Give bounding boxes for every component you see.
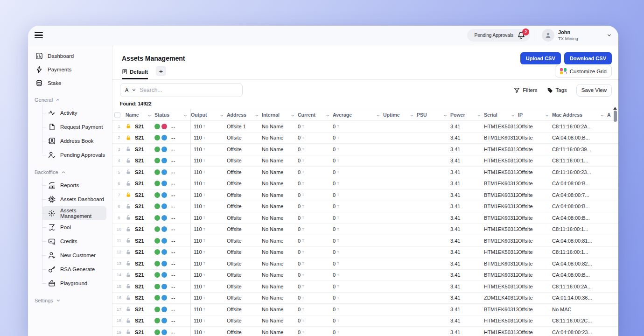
column-header-psu[interactable]: PSU⌄ [417, 109, 450, 120]
table-row[interactable]: 19S21--110TOffsiteNo Name0T0T3.41HTM1EK5… [112, 327, 618, 336]
chevron-down-icon[interactable]: ⌄ [147, 113, 151, 117]
table-row[interactable]: 17S21--110TOffsiteNo Name0T0T3.41BTM1EK6… [112, 304, 618, 315]
add-tab-button[interactable]: + [156, 66, 166, 76]
table-row[interactable]: 11S21--110TOffsiteNo Name0T0T3.41BTM1EK6… [112, 235, 618, 247]
hamburger-menu-icon[interactable] [35, 32, 43, 39]
table-row[interactable]: 5S21--110TOffsiteNo Name0T0T3.41HTM1EK50… [112, 167, 618, 178]
table-row[interactable]: 12S21--110TOffsiteNo Name0T0T3.41HTM1EK5… [112, 247, 618, 259]
scrollbar-thumb[interactable] [614, 111, 617, 122]
table-row[interactable]: 1S21--110TOffsite 1No Name0T0T3.41HTM1EK… [112, 121, 618, 133]
column-header-output[interactable]: Output⌄ [191, 109, 227, 120]
table-row[interactable]: 13S21--110TOffsiteNo Name0T0T3.41BTM1EK6… [112, 258, 618, 270]
sidebar-item-pool[interactable]: Pool [42, 220, 106, 234]
lock-open-icon[interactable] [126, 295, 131, 301]
sidebar-item-pending-approvals[interactable]: Pending Approvals [42, 148, 106, 162]
column-header-uptime[interactable]: Uptime⌄ [383, 109, 417, 120]
save-view-button[interactable]: Save View [576, 84, 612, 97]
chevron-down-icon[interactable]: ⌄ [183, 113, 187, 117]
lock-open-icon[interactable] [126, 272, 131, 278]
column-header-address[interactable]: Address⌄ [227, 109, 262, 120]
lock-open-icon[interactable] [126, 203, 131, 210]
lock-open-icon[interactable] [126, 306, 131, 312]
sidebar-item-assets-management[interactable]: Assets Management [42, 206, 106, 220]
table-row[interactable]: 18S21--110TOffsiteNo Name0T0T3.41HTM1EK5… [112, 315, 618, 327]
column-header-internal[interactable]: Internal⌄ [262, 109, 298, 120]
scroll-up-arrow[interactable] [613, 107, 617, 110]
search-input[interactable] [140, 87, 238, 93]
lock-open-icon[interactable] [126, 215, 131, 221]
tags-button[interactable]: Tags [547, 87, 567, 93]
chevron-down-icon[interactable] [132, 88, 136, 92]
search-bar[interactable]: A [120, 83, 243, 97]
table-row[interactable]: 3S21--110TOffsiteNo Name0T0T3.41HTM1EK50… [112, 144, 618, 155]
sidebar-item-activity[interactable]: Activity [42, 106, 106, 120]
sidebar-item-rsa-generate[interactable]: RSA Generate [42, 262, 106, 276]
table-row[interactable]: 15S21--110TOffsiteNo Name0T0T3.41HTM1EK5… [112, 281, 618, 293]
lock-open-icon[interactable] [126, 158, 131, 164]
table-row[interactable]: 7S21--110TOffsiteNo Name0T0T3.41BTM1EK60… [112, 189, 618, 201]
lock-open-icon[interactable] [126, 329, 131, 335]
table-row[interactable]: 16S21--110TOffsiteNo Name0T0T3.41ZDM1EK4… [112, 293, 618, 304]
table-row[interactable]: 8S21--110TOffsiteNo Name0T0T3.41BTM1EK60… [112, 201, 618, 213]
lock-open-icon[interactable] [126, 260, 131, 266]
column-header-ip[interactable]: IP⌄ [518, 109, 552, 120]
column-header-name[interactable]: Name⌄ [126, 109, 154, 120]
lock-open-icon[interactable] [126, 249, 131, 255]
lock-open-icon[interactable] [126, 169, 131, 175]
chevron-down-icon[interactable]: ⌄ [376, 113, 380, 117]
sidebar-item-address-book[interactable]: Address Book [42, 134, 106, 148]
customize-grid-button[interactable]: Customize Grid [555, 65, 612, 77]
lock-open-icon[interactable] [126, 226, 131, 232]
chevron-down-icon[interactable]: ⌄ [476, 113, 481, 117]
sidebar-item-new-customer[interactable]: New Customer [42, 248, 106, 262]
sidebar-section-backoffice[interactable]: Backoffice [35, 166, 112, 178]
lock-closed-icon[interactable] [126, 123, 131, 129]
column-header-power[interactable]: Power⌄ [450, 109, 484, 120]
lock-open-icon[interactable] [126, 181, 131, 187]
chevron-down-icon[interactable]: ⌄ [600, 113, 604, 117]
user-menu[interactable]: John TX Mining [542, 29, 612, 42]
chevron-down-icon[interactable]: ⌄ [409, 113, 413, 117]
sidebar-section-settings[interactable]: Settings [35, 294, 112, 307]
sidebar-item-credits[interactable]: Credits [42, 234, 106, 248]
table-row[interactable]: 9S21--110TOffsiteNo Name0T0T3.41BTM1EK60… [112, 212, 618, 224]
lock-open-icon[interactable] [126, 318, 131, 324]
vertical-scrollbar[interactable] [613, 107, 617, 122]
sidebar-item-payments[interactable]: Payments [35, 63, 112, 76]
chevron-down-icon[interactable]: ⌄ [219, 113, 224, 117]
sidebar-item-playground[interactable]: Playground [42, 276, 106, 290]
table-row[interactable]: 10S21--110TOffsiteNo Name0T0T3.41HTM1EK5… [112, 224, 618, 236]
table-row[interactable]: 4S21--110TOffsiteNo Name0T0T3.41HTM1EK50… [112, 155, 618, 167]
column-header-current[interactable]: Current⌄ [298, 109, 333, 120]
sidebar-section-general[interactable]: General [35, 94, 112, 106]
table-row[interactable]: 6S21--110TOffsiteNo Name0T0T3.41BTM1EK60… [112, 178, 618, 190]
chevron-down-icon[interactable]: ⌄ [443, 113, 447, 117]
sidebar-item-assets-dashboard[interactable]: Assets Dashboard [42, 192, 106, 206]
sidebar-item-stake[interactable]: Stake [35, 76, 112, 90]
lock-open-icon[interactable] [126, 283, 131, 289]
sidebar-item-dashboard[interactable]: Dashboard [35, 49, 112, 63]
chevron-down-icon[interactable]: ⌄ [545, 113, 549, 117]
table-row[interactable]: 14S21--110TOffsiteNo Name0T0T3.41BTM1EK6… [112, 270, 618, 281]
chevron-down-icon[interactable]: ⌄ [290, 113, 294, 117]
upload-csv-button[interactable]: Upload CSV [520, 52, 561, 64]
lock-open-icon[interactable] [126, 146, 131, 152]
chevron-down-icon[interactable]: ⌄ [325, 113, 329, 117]
bell-icon[interactable]: 2 [517, 31, 525, 40]
column-header-average[interactable]: Average⌄ [333, 109, 383, 120]
select-all-checkbox[interactable] [114, 112, 120, 118]
sidebar-item-request-payment[interactable]: Request Payment [42, 120, 106, 134]
search-scope-dropdown[interactable]: A [125, 87, 128, 93]
filters-button[interactable]: Filters [514, 87, 537, 93]
tab-default[interactable]: Default [122, 69, 148, 79]
column-header-serial[interactable]: Serial⌄ [484, 109, 518, 120]
chevron-down-icon[interactable]: ⌄ [511, 113, 515, 117]
lock-closed-icon[interactable] [126, 135, 131, 141]
sidebar-item-reports[interactable]: Reports [42, 178, 106, 192]
lock-closed-icon[interactable] [126, 192, 131, 198]
download-csv-button[interactable]: Download CSV [564, 52, 612, 64]
column-header-mac-address[interactable]: Mac Address⌄ [552, 109, 607, 120]
chevron-down-icon[interactable]: ⌄ [254, 113, 259, 117]
column-header-status[interactable]: Status⌄ [154, 109, 191, 120]
lock-open-icon[interactable] [126, 238, 131, 244]
